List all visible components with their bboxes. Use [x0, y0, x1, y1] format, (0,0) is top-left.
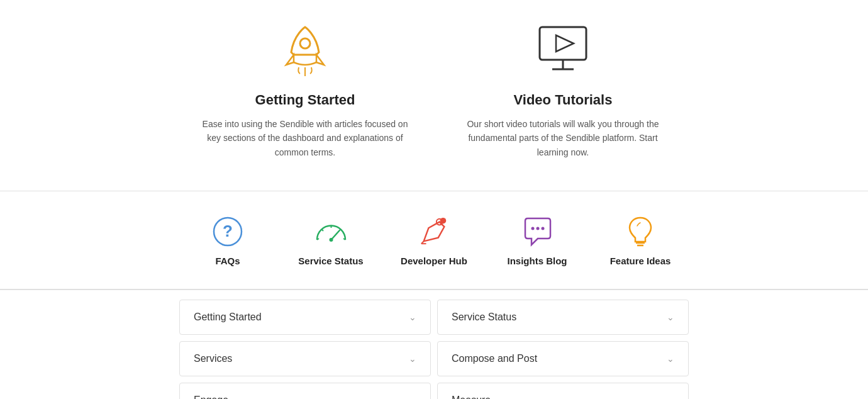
- svg-marker-2: [556, 35, 574, 52]
- getting-started-accordion[interactable]: Getting Started ⌄: [179, 300, 431, 335]
- chevron-down-icon: ⌄: [667, 354, 674, 364]
- chevron-down-icon: ⌄: [667, 395, 674, 399]
- service-status-accordion[interactable]: Service Status ⌄: [437, 300, 689, 335]
- service-status-acc-label: Service Status: [452, 312, 516, 323]
- insights-blog-label: Insights Blog: [508, 256, 567, 266]
- icon-strip: ? FAQs Service Status: [0, 191, 868, 290]
- feature-ideas-label: Feature Ideas: [610, 256, 671, 266]
- insights-blog-icon-item[interactable]: Insights Blog: [486, 209, 589, 271]
- faq-icon: ?: [210, 214, 245, 249]
- svg-rect-1: [540, 27, 586, 60]
- video-tutorials-card: Video Tutorials Our short video tutorial…: [434, 13, 692, 172]
- svg-point-19: [536, 227, 539, 230]
- getting-started-title: Getting Started: [255, 92, 355, 108]
- svg-point-18: [531, 227, 534, 230]
- service-status-icon: [313, 214, 348, 249]
- faqs-label: FAQs: [215, 256, 240, 266]
- video-tutorials-title: Video Tutorials: [514, 92, 613, 108]
- feature-ideas-icon-item[interactable]: Feature Ideas: [589, 209, 692, 271]
- service-status-icon-item[interactable]: Service Status: [279, 209, 382, 271]
- developer-hub-icon: [416, 214, 452, 249]
- engage-acc-label: Engage: [194, 395, 228, 399]
- chevron-down-icon: ⌄: [409, 312, 416, 322]
- faqs-icon-item[interactable]: ? FAQs: [176, 209, 279, 271]
- chevron-down-icon: ⌄: [409, 354, 416, 364]
- chevron-down-icon: ⌄: [409, 395, 416, 399]
- service-status-label: Service Status: [298, 256, 363, 266]
- svg-point-15: [440, 218, 446, 224]
- services-accordion[interactable]: Services ⌄: [179, 341, 431, 376]
- rocket-icon: [274, 19, 337, 82]
- services-acc-label: Services: [194, 353, 232, 364]
- svg-point-20: [541, 227, 544, 230]
- monitor-play-icon: [531, 19, 594, 82]
- engage-accordion[interactable]: Engage ⌄: [179, 383, 431, 399]
- compose-post-acc-label: Compose and Post: [452, 353, 537, 364]
- video-tutorials-desc: Our short video tutorials will walk you …: [459, 117, 667, 159]
- chevron-down-icon: ⌄: [667, 312, 674, 322]
- measure-accordion[interactable]: Measure ⌄: [437, 383, 689, 399]
- getting-started-card: Getting Started Ease into using the Send…: [176, 13, 434, 172]
- feature-ideas-icon: [623, 214, 658, 249]
- developer-hub-icon-item[interactable]: Developer Hub: [382, 209, 486, 271]
- measure-acc-label: Measure: [452, 395, 491, 399]
- compose-post-accordion[interactable]: Compose and Post ⌄: [437, 341, 689, 376]
- svg-point-13: [329, 238, 333, 242]
- accordion-grid: Getting Started ⌄ Service Status ⌄ Servi…: [0, 296, 868, 399]
- getting-started-acc-label: Getting Started: [194, 312, 262, 323]
- svg-point-0: [300, 38, 310, 48]
- getting-started-desc: Ease into using the Sendible with articl…: [201, 117, 409, 159]
- svg-text:?: ?: [223, 222, 233, 240]
- developer-hub-label: Developer Hub: [401, 256, 467, 266]
- top-section: Getting Started Ease into using the Send…: [0, 0, 868, 191]
- svg-line-8: [322, 230, 323, 231]
- insights-blog-icon: [520, 214, 555, 249]
